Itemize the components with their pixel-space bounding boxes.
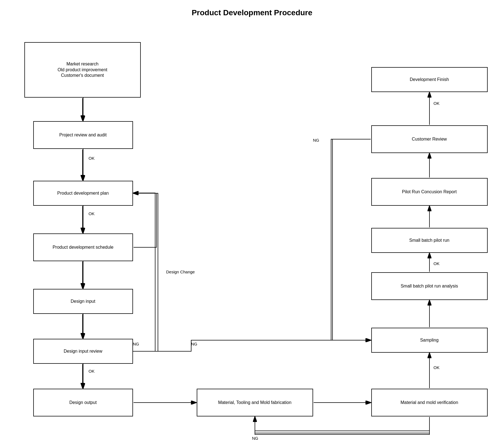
ng-label-bottom: NG xyxy=(252,436,259,440)
box-market_research: Market researchOld product improvementCu… xyxy=(24,42,141,98)
box-customer_review: Customer Review xyxy=(371,125,488,153)
box-project_review: Project review and audit xyxy=(33,121,133,149)
box-design_input_review: Design input review xyxy=(33,339,133,364)
ok-label-3: OK xyxy=(89,369,95,373)
box-material_mold_verify: Material and mold verification xyxy=(371,389,488,416)
box-design_output: Design output xyxy=(33,389,133,416)
ng-label-left: NG xyxy=(133,342,139,346)
ok-label-customer: OK xyxy=(434,101,440,106)
ok-label-small-batch: OK xyxy=(434,261,440,266)
page-title: Product Development Procedure xyxy=(192,8,313,17)
ng-label-right-top: NG xyxy=(313,138,319,143)
box-pilot_run_conclusion: Pilot Run Concusion Report xyxy=(371,178,488,206)
box-material_tooling: Material, Tooling and Mold fabrication xyxy=(197,389,313,416)
ng-label-mid: NG xyxy=(191,342,198,346)
box-small_batch_analysis: Small batch pilot run analysis xyxy=(371,272,488,300)
box-design_input: Design input xyxy=(33,289,133,314)
ok-label-sampling: OK xyxy=(434,365,440,370)
design-change-label: Design Change xyxy=(166,269,195,274)
ok-label-1: OK xyxy=(89,156,95,161)
flowchart-diagram: Market researchOld product improvementCu… xyxy=(8,28,496,440)
ok-label-2: OK xyxy=(89,211,95,216)
box-sampling: Sampling xyxy=(371,328,488,353)
box-small_batch_pilot: Small batch pilot run xyxy=(371,228,488,253)
box-product_dev_schedule: Product development schedule xyxy=(33,233,133,261)
box-development_finish: Development Finish xyxy=(371,67,488,92)
box-product_dev_plan: Product development plan xyxy=(33,181,133,206)
